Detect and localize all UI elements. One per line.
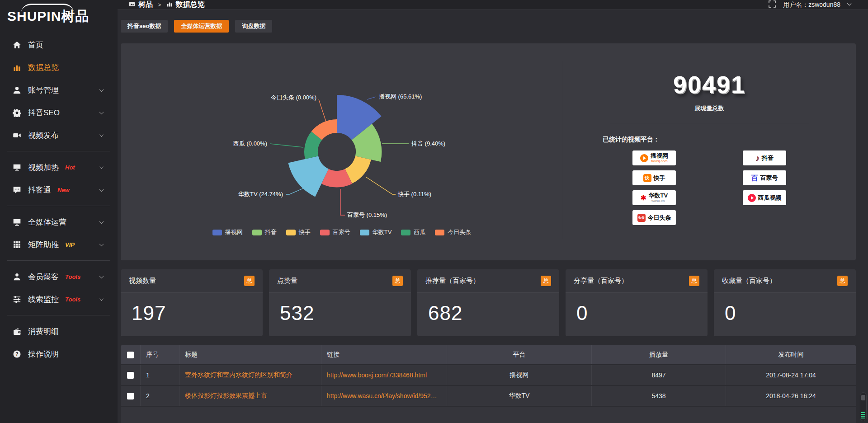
sidebar-item-16[interactable]: ?操作说明 <box>0 343 118 365</box>
platform-badge-抖音[interactable]: ♪抖音 <box>743 150 786 165</box>
legend-label: 抖音 <box>265 228 277 236</box>
slice-label: 快手 (0.11%) <box>397 191 431 197</box>
stat-card-1: 点赞量总532 <box>269 269 411 336</box>
stat-card-value: 197 <box>121 293 263 324</box>
legend-item-抖音[interactable]: 抖音 <box>252 228 277 236</box>
total-badge[interactable]: 总 <box>541 276 551 286</box>
legend-swatch <box>252 230 262 235</box>
brand-logo[interactable]: SHUPIN树品 <box>7 4 118 29</box>
sidebar-item-label: 抖客通 <box>28 186 51 194</box>
sidebar-item-10[interactable]: 矩阵助推VIP <box>0 233 118 256</box>
wallet-icon <box>13 327 21 336</box>
stat-card-value: 682 <box>417 293 559 324</box>
sidebar-item-7[interactable]: 抖客通New <box>0 179 118 201</box>
sidebar-item-3[interactable]: 抖音SEO <box>0 101 118 124</box>
stat-card-title: 视频数量 <box>129 277 156 285</box>
sidebar-item-badge: VIP <box>65 241 75 248</box>
boosj-logo-icon <box>640 154 648 162</box>
legend-item-快手[interactable]: 快手 <box>286 228 311 236</box>
platform-badge-百家号[interactable]: 百百家号 <box>743 170 786 185</box>
breadcrumb: 树品 > 数据总览 <box>129 0 205 9</box>
stat-card-4: 收藏量（百家号）总0 <box>714 269 856 336</box>
douyin-logo-icon: ♪ <box>755 154 760 162</box>
sidebar-item-badge: Tools <box>65 296 80 303</box>
chevron-down-icon <box>99 110 104 114</box>
sidebar-item-label: 全媒体运营 <box>28 218 66 226</box>
legend-item-华数TV[interactable]: 华数TV <box>360 228 392 236</box>
video-url-link[interactable]: http://www.boosj.com/7338468.html <box>321 365 447 385</box>
platform-sub: boosj.com <box>651 160 667 163</box>
bar-chart-icon <box>13 63 21 72</box>
row-checkbox[interactable] <box>127 393 134 400</box>
tab-1[interactable]: 全媒体运营数据 <box>174 20 229 33</box>
sidebar-item-badge: Hot <box>65 164 75 171</box>
svg-text:?: ? <box>15 351 19 357</box>
label-line <box>270 144 303 147</box>
scrollbar-widget[interactable] <box>860 392 867 421</box>
sidebar-item-4[interactable]: 视频发布 <box>0 124 118 146</box>
sidebar-item-label: 抖音SEO <box>28 109 60 117</box>
sidebar-item-0[interactable]: 首页 <box>0 33 118 56</box>
label-line <box>340 189 345 215</box>
sidebar-item-1[interactable]: 数据总览 <box>0 56 118 79</box>
scrollbar-thumb[interactable] <box>861 395 865 400</box>
total-badge[interactable]: 总 <box>392 276 403 286</box>
sidebar-item-label: 账号管理 <box>28 86 59 94</box>
monitor-play-icon <box>13 163 21 172</box>
user-icon <box>13 86 21 94</box>
row-checkbox[interactable] <box>127 372 134 379</box>
platform-badge-西瓜视频[interactable]: 西瓜视频 <box>743 190 786 205</box>
legend-item-百家号[interactable]: 百家号 <box>320 228 350 236</box>
platform-badge-今日头条[interactable]: 头条今日头条 <box>632 210 676 225</box>
slice-label: 今日头条 (0.00%) <box>271 94 316 101</box>
legend-item-播视网[interactable]: 播视网 <box>212 228 243 236</box>
platform-badge-华数TV[interactable]: ✱华数TVwasu.cn <box>632 190 676 205</box>
sidebar-item-6[interactable]: 视频加热Hot <box>0 156 118 179</box>
breadcrumb-home[interactable]: 树品 <box>129 0 153 9</box>
table-header-cell: 平台 <box>447 345 592 364</box>
video-table: 序号标题链接平台播放量发布时间1室外水纹灯和室内水纹灯的区别和简介http://… <box>121 345 856 423</box>
breadcrumb-current[interactable]: 数据总览 <box>166 0 205 9</box>
username-display[interactable]: 用户名：zswodun88 <box>783 1 840 9</box>
legend-label: 百家号 <box>333 228 350 236</box>
stat-card-header: 收藏量（百家号）总 <box>714 269 856 293</box>
total-badge[interactable]: 总 <box>689 276 699 286</box>
video-title-link[interactable]: 室外水纹灯和室内水纹灯的区别和简介 <box>179 365 321 385</box>
legend-swatch <box>401 230 410 235</box>
platform-badge-快手[interactable]: 快快手 <box>632 170 676 185</box>
legend-label: 快手 <box>299 228 311 236</box>
brand-logo-en: SHUPIN <box>7 9 61 24</box>
sidebar-item-12[interactable]: 会员爆客Tools <box>0 265 118 288</box>
legend-label: 西瓜 <box>414 228 425 236</box>
sidebar-item-9[interactable]: 全媒体运营 <box>0 211 118 233</box>
video-title-link[interactable]: 楼体投影灯投影效果震撼上市 <box>179 386 321 406</box>
chevron-down-icon <box>99 274 104 278</box>
legend-item-今日头条[interactable]: 今日头条 <box>435 228 471 236</box>
sidebar-item-2[interactable]: 账号管理 <box>0 79 118 101</box>
video-url-link[interactable]: http://www.wasu.cn/Play/show/id/952… <box>321 386 447 406</box>
tab-0[interactable]: 抖音seo数据 <box>121 20 168 33</box>
platform-badge-播视网[interactable]: 播视网boosj.com <box>632 150 676 165</box>
select-all-checkbox[interactable] <box>127 352 134 358</box>
pie-slice-华数TV[interactable] <box>288 156 328 197</box>
topbar: 树品 > 数据总览 用户名：zswodun88 <box>118 0 868 10</box>
legend-item-西瓜[interactable]: 西瓜 <box>401 228 425 236</box>
stat-card-value: 0 <box>714 293 856 324</box>
sidebar-item-13[interactable]: 线索监控Tools <box>0 288 118 310</box>
username-value: zswodun88 <box>808 1 840 8</box>
legend-swatch <box>286 230 296 235</box>
sidebar-item-badge: New <box>57 187 70 193</box>
fullscreen-icon[interactable] <box>769 0 776 9</box>
table-header-checkbox-cell <box>121 345 141 364</box>
total-badge[interactable]: 总 <box>244 276 255 286</box>
stat-card-title: 推荐量（百家号） <box>425 277 480 285</box>
stat-card-header: 分享量（百家号）总 <box>566 269 708 293</box>
sidebar-item-15[interactable]: 消费明细 <box>0 320 118 343</box>
platform-name: 抖音 <box>762 155 774 161</box>
chevron-down-icon[interactable] <box>847 1 852 6</box>
total-badge[interactable]: 总 <box>837 276 848 286</box>
chevron-down-icon <box>99 242 104 246</box>
chevron-down-icon <box>99 187 104 192</box>
table-header-cell: 链接 <box>321 345 447 364</box>
tab-2[interactable]: 询盘数据 <box>235 20 272 33</box>
